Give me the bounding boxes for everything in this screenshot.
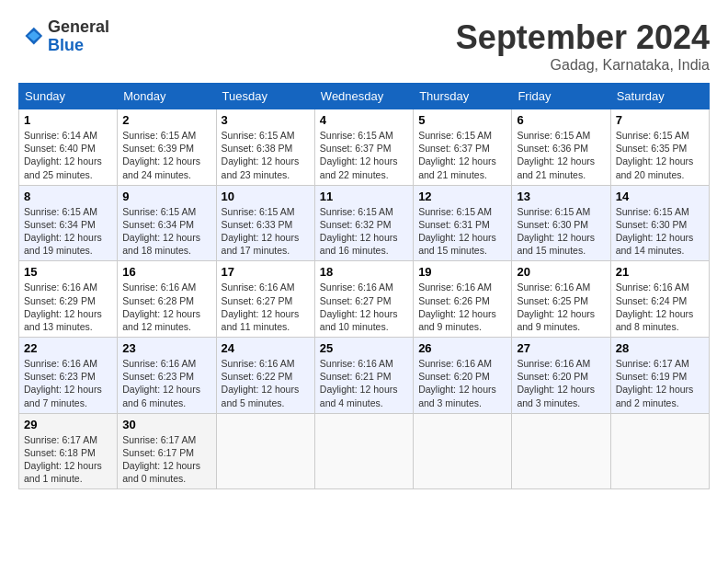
logo-icon <box>18 24 44 50</box>
calendar-cell: 11Sunrise: 6:15 AM Sunset: 6:32 PM Dayli… <box>314 185 413 261</box>
day-number: 30 <box>122 418 210 431</box>
page-header: General Blue September 2024 Gadag, Karna… <box>18 18 710 74</box>
calendar-week-3: 15Sunrise: 6:16 AM Sunset: 6:29 PM Dayli… <box>19 261 710 338</box>
cell-content: Sunrise: 6:16 AM Sunset: 6:27 PM Dayligh… <box>320 281 408 333</box>
location: Gadag, Karnataka, India <box>456 57 710 74</box>
calendar-cell: 8Sunrise: 6:15 AM Sunset: 6:34 PM Daylig… <box>19 185 118 261</box>
header-thursday: Thursday <box>414 84 512 109</box>
cell-content: Sunrise: 6:17 AM Sunset: 6:18 PM Dayligh… <box>24 433 112 486</box>
calendar-cell <box>314 413 413 489</box>
cell-content: Sunrise: 6:16 AM Sunset: 6:27 PM Dayligh… <box>222 281 310 333</box>
calendar-header-row: SundayMondayTuesdayWednesdayThursdayFrid… <box>19 84 710 109</box>
day-number: 16 <box>122 265 210 279</box>
day-number: 19 <box>418 265 506 279</box>
cell-content: Sunrise: 6:15 AM Sunset: 6:38 PM Dayligh… <box>222 129 310 181</box>
calendar-cell: 9Sunrise: 6:15 AM Sunset: 6:34 PM Daylig… <box>118 185 216 261</box>
day-number: 28 <box>616 341 704 355</box>
day-number: 21 <box>616 265 704 279</box>
calendar-cell: 16Sunrise: 6:16 AM Sunset: 6:28 PM Dayli… <box>118 261 216 338</box>
day-number: 2 <box>122 113 210 127</box>
logo-text-general: General <box>48 18 109 37</box>
calendar-cell: 29Sunrise: 6:17 AM Sunset: 6:18 PM Dayli… <box>19 413 118 489</box>
cell-content: Sunrise: 6:16 AM Sunset: 6:23 PM Dayligh… <box>24 357 112 409</box>
day-number: 6 <box>517 113 605 127</box>
calendar-cell: 1Sunrise: 6:14 AM Sunset: 6:40 PM Daylig… <box>19 109 118 186</box>
title-block: September 2024 Gadag, Karnataka, India <box>456 18 710 74</box>
calendar-cell: 17Sunrise: 6:16 AM Sunset: 6:27 PM Dayli… <box>216 261 314 338</box>
calendar-cell <box>414 413 512 489</box>
cell-content: Sunrise: 6:15 AM Sunset: 6:34 PM Dayligh… <box>122 205 210 258</box>
day-number: 25 <box>320 341 408 355</box>
cell-content: Sunrise: 6:16 AM Sunset: 6:28 PM Dayligh… <box>122 281 210 333</box>
logo: General Blue <box>18 18 109 55</box>
cell-content: Sunrise: 6:15 AM Sunset: 6:34 PM Dayligh… <box>24 205 112 258</box>
calendar-cell: 23Sunrise: 6:16 AM Sunset: 6:23 PM Dayli… <box>118 338 216 414</box>
day-number: 3 <box>222 113 310 127</box>
calendar-cell: 30Sunrise: 6:17 AM Sunset: 6:17 PM Dayli… <box>118 413 216 489</box>
header-friday: Friday <box>512 84 610 109</box>
cell-content: Sunrise: 6:15 AM Sunset: 6:35 PM Dayligh… <box>616 129 704 181</box>
cell-content: Sunrise: 6:15 AM Sunset: 6:30 PM Dayligh… <box>616 205 704 258</box>
day-number: 26 <box>418 341 506 355</box>
cell-content: Sunrise: 6:15 AM Sunset: 6:37 PM Dayligh… <box>320 129 408 181</box>
calendar-cell: 5Sunrise: 6:15 AM Sunset: 6:37 PM Daylig… <box>414 109 512 186</box>
calendar-cell: 12Sunrise: 6:15 AM Sunset: 6:31 PM Dayli… <box>414 185 512 261</box>
cell-content: Sunrise: 6:16 AM Sunset: 6:29 PM Dayligh… <box>24 281 112 333</box>
calendar-cell: 25Sunrise: 6:16 AM Sunset: 6:21 PM Dayli… <box>314 338 413 414</box>
cell-content: Sunrise: 6:14 AM Sunset: 6:40 PM Dayligh… <box>24 129 112 181</box>
day-number: 29 <box>24 418 112 431</box>
header-tuesday: Tuesday <box>216 84 314 109</box>
calendar-table: SundayMondayTuesdayWednesdayThursdayFrid… <box>18 83 710 489</box>
cell-content: Sunrise: 6:17 AM Sunset: 6:17 PM Dayligh… <box>122 433 210 486</box>
day-number: 23 <box>122 341 210 355</box>
header-wednesday: Wednesday <box>314 84 413 109</box>
calendar-cell: 20Sunrise: 6:16 AM Sunset: 6:25 PM Dayli… <box>512 261 610 338</box>
day-number: 5 <box>418 113 506 127</box>
calendar-cell <box>216 413 314 489</box>
day-number: 18 <box>320 265 408 279</box>
day-number: 14 <box>616 190 704 203</box>
calendar-cell <box>512 413 610 489</box>
cell-content: Sunrise: 6:16 AM Sunset: 6:22 PM Dayligh… <box>222 357 310 409</box>
logo-text-blue: Blue <box>48 37 109 55</box>
header-saturday: Saturday <box>610 84 709 109</box>
day-number: 15 <box>24 265 112 279</box>
cell-content: Sunrise: 6:16 AM Sunset: 6:26 PM Dayligh… <box>418 281 506 333</box>
cell-content: Sunrise: 6:15 AM Sunset: 6:32 PM Dayligh… <box>320 205 408 258</box>
header-monday: Monday <box>118 84 216 109</box>
cell-content: Sunrise: 6:15 AM Sunset: 6:33 PM Dayligh… <box>222 205 310 258</box>
calendar-cell: 2Sunrise: 6:15 AM Sunset: 6:39 PM Daylig… <box>118 109 216 186</box>
calendar-week-4: 22Sunrise: 6:16 AM Sunset: 6:23 PM Dayli… <box>19 338 710 414</box>
cell-content: Sunrise: 6:16 AM Sunset: 6:20 PM Dayligh… <box>517 357 605 409</box>
calendar-cell <box>610 413 709 489</box>
day-number: 8 <box>24 190 112 203</box>
day-number: 20 <box>517 265 605 279</box>
calendar-cell: 24Sunrise: 6:16 AM Sunset: 6:22 PM Dayli… <box>216 338 314 414</box>
calendar-cell: 15Sunrise: 6:16 AM Sunset: 6:29 PM Dayli… <box>19 261 118 338</box>
calendar-cell: 22Sunrise: 6:16 AM Sunset: 6:23 PM Dayli… <box>19 338 118 414</box>
cell-content: Sunrise: 6:17 AM Sunset: 6:19 PM Dayligh… <box>616 357 704 409</box>
month-title: September 2024 <box>456 18 710 57</box>
calendar-cell: 14Sunrise: 6:15 AM Sunset: 6:30 PM Dayli… <box>610 185 709 261</box>
calendar-cell: 7Sunrise: 6:15 AM Sunset: 6:35 PM Daylig… <box>610 109 709 186</box>
day-number: 22 <box>24 341 112 355</box>
day-number: 17 <box>222 265 310 279</box>
day-number: 13 <box>517 190 605 203</box>
calendar-cell: 27Sunrise: 6:16 AM Sunset: 6:20 PM Dayli… <box>512 338 610 414</box>
day-number: 27 <box>517 341 605 355</box>
day-number: 1 <box>24 113 112 127</box>
calendar-cell: 10Sunrise: 6:15 AM Sunset: 6:33 PM Dayli… <box>216 185 314 261</box>
cell-content: Sunrise: 6:15 AM Sunset: 6:36 PM Dayligh… <box>517 129 605 181</box>
day-number: 9 <box>122 190 210 203</box>
calendar-week-5: 29Sunrise: 6:17 AM Sunset: 6:18 PM Dayli… <box>19 413 710 489</box>
cell-content: Sunrise: 6:15 AM Sunset: 6:30 PM Dayligh… <box>517 205 605 258</box>
calendar-week-1: 1Sunrise: 6:14 AM Sunset: 6:40 PM Daylig… <box>19 109 710 186</box>
cell-content: Sunrise: 6:16 AM Sunset: 6:21 PM Dayligh… <box>320 357 408 409</box>
calendar-cell: 19Sunrise: 6:16 AM Sunset: 6:26 PM Dayli… <box>414 261 512 338</box>
day-number: 10 <box>222 190 310 203</box>
calendar-week-2: 8Sunrise: 6:15 AM Sunset: 6:34 PM Daylig… <box>19 185 710 261</box>
cell-content: Sunrise: 6:15 AM Sunset: 6:39 PM Dayligh… <box>122 129 210 181</box>
calendar-cell: 18Sunrise: 6:16 AM Sunset: 6:27 PM Dayli… <box>314 261 413 338</box>
cell-content: Sunrise: 6:15 AM Sunset: 6:31 PM Dayligh… <box>418 205 506 258</box>
day-number: 7 <box>616 113 704 127</box>
